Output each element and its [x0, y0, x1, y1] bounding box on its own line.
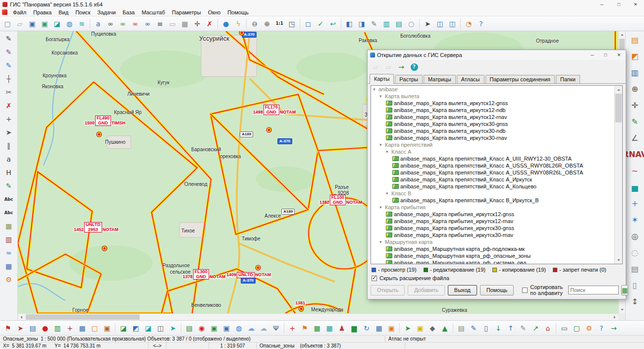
globe-3d-icon[interactable]: ● — [220, 18, 232, 30]
zone-point-marker[interactable] — [299, 307, 304, 311]
delete-select-icon[interactable]: ✗ — [204, 18, 215, 30]
parallel-tool-icon[interactable]: ∥ — [2, 139, 15, 152]
open-data-icon[interactable]: ◪ — [51, 18, 63, 30]
tree-item[interactable]: anibase_maps_Карта вылета_иркутск30-gnss — [371, 120, 622, 127]
tree-scroll-down-icon[interactable] — [615, 256, 622, 264]
legend-panel-icon[interactable]: ▥ — [628, 66, 642, 80]
abc-title-icon[interactable]: Abc — [2, 206, 15, 219]
settings-gear-icon[interactable]: ⚙ — [2, 273, 15, 286]
tab-matrices[interactable]: Матрицы — [424, 75, 456, 83]
task-chart-icon[interactable]: ▆ — [348, 322, 360, 334]
task-atlas-icon[interactable]: ▤ — [183, 322, 195, 334]
tree-item[interactable]: anibase_maps_Карта препятствий_Класс A_U… — [371, 162, 622, 169]
maximize-button[interactable]: □ — [610, 0, 627, 8]
task-stats-icon[interactable]: ▥ — [52, 322, 63, 334]
region-icon[interactable]: ◌ — [628, 246, 642, 260]
task-box2-icon[interactable]: ▣ — [385, 322, 397, 334]
panel-select-icon[interactable]: ◨ — [356, 18, 368, 30]
document-icon[interactable]: ▯ — [628, 279, 642, 292]
rnav-icon[interactable]: RNAV — [628, 148, 642, 162]
status-scale[interactable]: 1 : 319 507 — [209, 343, 257, 349]
expand-arrow-icon[interactable]: ▾ — [379, 205, 385, 210]
move-vertex-icon[interactable]: ➤ — [2, 126, 15, 139]
zoom-panel-icon[interactable]: ⊕ — [628, 82, 642, 96]
tree-item[interactable]: anibase_maps_Карта вылета_иркутск12-ndb — [371, 107, 622, 114]
route-curve-icon[interactable]: ~ — [628, 164, 642, 178]
task-import-icon[interactable]: ↓ — [492, 322, 504, 334]
scroll-right-icon[interactable] — [611, 314, 618, 320]
task-map-export-icon[interactable]: ◩ — [130, 322, 142, 334]
tree-item[interactable]: anibase_maps_Карта прибытия_иркутск12-rn… — [371, 218, 622, 225]
dialog-maximize-button[interactable]: □ — [599, 50, 612, 60]
edit-object-icon[interactable]: ✎ — [2, 46, 15, 58]
pointer-icon[interactable]: ➤ — [422, 18, 433, 30]
menu-window[interactable]: Окно — [205, 9, 224, 15]
task-map-cross-icon[interactable]: + — [286, 322, 298, 334]
diagram-tool-icon[interactable]: ▥ — [2, 233, 15, 246]
server-search-button[interactable]: ▦ — [621, 285, 628, 295]
expand-arrow-icon[interactable]: ▾ — [379, 94, 385, 99]
expand-arrow-icon[interactable]: ▾ — [379, 142, 385, 147]
delete-object-icon[interactable]: ✗ — [2, 99, 15, 112]
save-dem-icon[interactable]: ▣ — [39, 18, 51, 30]
tree-item[interactable]: anibase_maps_Маршрутная карта_рф_система… — [371, 259, 622, 264]
notes-icon[interactable]: ✎ — [368, 18, 380, 30]
spline-tool-icon[interactable]: ≈ — [2, 246, 15, 259]
menu-edit[interactable]: Правка — [30, 9, 55, 15]
tree-group[interactable]: ▾Класс B — [371, 190, 622, 197]
tree-item[interactable]: anibase_maps_Карта вылета_иркутск12-gnss — [371, 100, 622, 107]
tab-atlases[interactable]: Атласы — [457, 75, 484, 83]
exit-button[interactable]: Выход — [448, 285, 477, 295]
task-exit-icon[interactable]: → — [608, 322, 620, 334]
scroll-up-icon[interactable] — [619, 31, 625, 38]
dlg-connect-icon[interactable]: → — [395, 61, 407, 73]
menu-parameters[interactable]: Параметры — [168, 9, 205, 15]
task-flag2-icon[interactable]: ⚑ — [299, 322, 311, 334]
context-help-icon[interactable]: ? — [475, 18, 487, 30]
tree-item[interactable]: anibase_maps_Карта препятствий_Класс A_U… — [371, 155, 622, 162]
axis-tool-icon[interactable]: ┼ — [2, 72, 15, 85]
pan-tool-icon[interactable]: ✛ — [628, 99, 642, 113]
menu-scale[interactable]: Масштаб — [138, 9, 168, 15]
task-doc-icon[interactable]: ▯ — [480, 322, 492, 334]
tree-item[interactable]: anibase_maps_Карта препятствий_Класс В_И… — [371, 197, 622, 204]
hide-extension-checkbox[interactable] — [372, 276, 377, 281]
title-bar[interactable]: ГИС "Панорама" версия 15.5.1.6 x64 ─□✕ — [0, 0, 644, 8]
find-icon[interactable]: ∞ — [105, 18, 116, 30]
find-name-icon[interactable]: a — [92, 18, 104, 30]
zone-point-marker[interactable] — [103, 246, 107, 251]
zone-point-marker[interactable] — [201, 272, 205, 276]
prev-view-icon[interactable]: ↩ — [327, 18, 339, 30]
query-object-icon[interactable]: ✎ — [2, 59, 15, 72]
task-edit-doc-icon[interactable]: ✎ — [517, 322, 529, 334]
tree-scroll-up-icon[interactable] — [615, 86, 622, 93]
task-point-icon[interactable]: ● — [39, 322, 51, 334]
find-remove-icon[interactable]: ∞ — [129, 18, 141, 30]
menu-base[interactable]: База — [119, 9, 138, 15]
minimize-button[interactable]: ─ — [593, 0, 610, 8]
map-window-2-icon[interactable]: ◫ — [446, 18, 458, 30]
move-object-icon[interactable]: ✛ — [191, 18, 203, 30]
task-map-arrow-icon[interactable]: ➤ — [402, 322, 414, 334]
scroll-down-icon[interactable] — [619, 306, 625, 313]
database-icon[interactable]: ▤ — [628, 262, 642, 276]
layers-panel-icon[interactable]: ▤ — [628, 33, 642, 47]
task-route-icon[interactable]: ➤ — [14, 322, 26, 334]
hscroll-thumb[interactable] — [26, 314, 140, 320]
help-button[interactable]: Помощь — [480, 285, 514, 295]
layers-icon[interactable]: ≋ — [76, 18, 88, 30]
task-trend-icon[interactable]: ↗ — [530, 322, 541, 334]
status-nav-arrows[interactable]: <–> — [149, 343, 166, 349]
tree-item[interactable]: anibase_maps_Карта прибытия_иркутск30-gn… — [371, 225, 622, 232]
new-map-icon[interactable]: ▢ — [1, 18, 13, 30]
tab-folders[interactable]: Папки — [556, 75, 580, 83]
task-calendar-icon[interactable]: ▦ — [76, 322, 88, 334]
dialog-close-button[interactable]: ✕ — [612, 50, 626, 60]
collapse-panel-icon[interactable]: ↕ — [628, 295, 642, 309]
grid-tool-icon[interactable]: ▦ — [2, 260, 15, 273]
dialog-title-bar[interactable]: Открытие данных с ГИС Сервера ─□✕ — [368, 50, 626, 60]
zone-point-marker[interactable] — [256, 266, 261, 270]
task-shapes-icon[interactable]: ◆ — [427, 322, 438, 334]
task-navigator-icon[interactable]: ➤ — [167, 322, 179, 334]
task-calendar2-icon[interactable]: ▦ — [373, 322, 385, 334]
